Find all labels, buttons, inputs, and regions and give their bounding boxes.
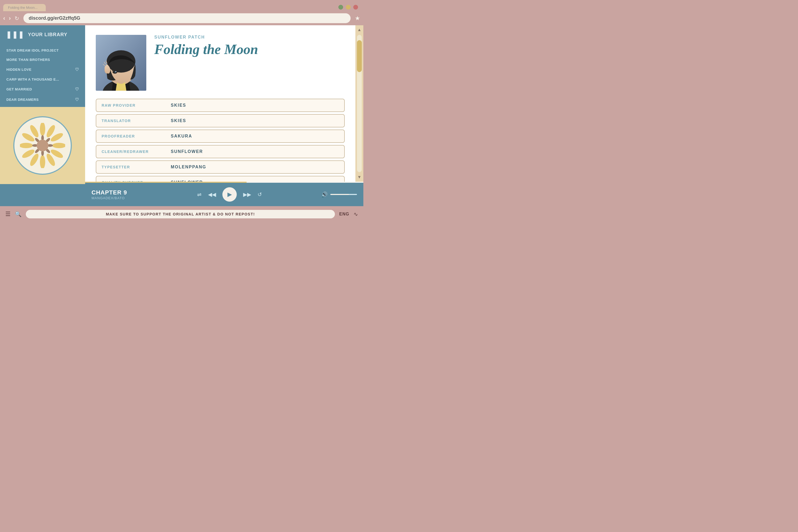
sidebar: ❚❚❚ YOUR LIBRARY STAR DREAM IDOL PROJECT… xyxy=(0,25,85,206)
window-controls xyxy=(338,5,358,10)
credit-label: PROOFREADER xyxy=(96,130,166,142)
svg-point-0 xyxy=(40,123,45,136)
credit-row-raw: RAW PROVIDER SKIES xyxy=(96,99,345,112)
sidebar-item-get-married[interactable]: GET MARRIED ♡ xyxy=(0,84,85,94)
url-bar-area: ‹ › ↻ ★ xyxy=(0,11,363,25)
heart-icon: ♡ xyxy=(75,87,79,92)
credits-table: RAW PROVIDER SKIES TRANSLATOR SKIES PROO… xyxy=(96,99,345,182)
credit-value: SUNFLOWER xyxy=(166,176,208,182)
sidebar-item-label: STAR DREAM IDOL PROJECT xyxy=(6,49,59,52)
credit-value: SKIES xyxy=(166,115,191,127)
credit-label: CLEANER/REDRAWER xyxy=(96,146,166,157)
svg-point-3 xyxy=(52,143,65,148)
reading-progress-fill xyxy=(85,182,247,183)
volume-icon: 🔊 xyxy=(321,191,328,198)
svg-point-20 xyxy=(37,140,49,151)
play-icon: ▶ xyxy=(227,191,232,198)
search-icon[interactable]: 🔍 xyxy=(15,211,22,217)
manga-info: SUNFLOWER PATCH Folding the Moon xyxy=(154,35,345,91)
chapter-title: CHAPTER 9 xyxy=(92,189,145,196)
bookmark-button[interactable]: ★ xyxy=(355,15,360,22)
back-button[interactable]: ‹ xyxy=(3,15,5,22)
credit-value: SKIES xyxy=(166,99,191,111)
credit-row-translator: TRANSLATOR SKIES xyxy=(96,114,345,128)
credit-value: SAKURA xyxy=(166,130,197,142)
volume-area: 🔊 xyxy=(315,191,357,198)
sidebar-item-label: MORE THAN BROTHERS xyxy=(6,58,50,62)
tab-active[interactable]: Folding the Moon... xyxy=(3,4,46,11)
notice-bar: MAKE SURE TO SUPPORT THE ORIGINAL ARTIST… xyxy=(26,210,335,218)
scrollbar[interactable]: ▲ ▼ xyxy=(355,25,363,182)
main-container: ❚❚❚ YOUR LIBRARY STAR DREAM IDOL PROJECT… xyxy=(0,25,363,206)
logo-area xyxy=(0,107,85,184)
scroll-thumb[interactable] xyxy=(357,40,362,72)
tab-bar: Folding the Moon... + xyxy=(0,0,363,11)
nav-buttons: ‹ › ↻ xyxy=(3,15,19,22)
credit-value: SUNFLOWER xyxy=(166,146,208,158)
player-controls: ⇌ ◀◀ ▶ ▶▶ ↺ xyxy=(150,187,309,202)
minimize-button[interactable] xyxy=(338,5,343,10)
sidebar-item-star-dream[interactable]: STAR DREAM IDOL PROJECT xyxy=(0,46,85,55)
sidebar-item-dear-dreamers[interactable]: DEAR DREAMERS ♡ xyxy=(0,94,85,105)
svg-point-29 xyxy=(116,71,116,72)
credit-value: MOLENPPANG xyxy=(166,161,211,173)
heart-icon: ♡ xyxy=(75,67,79,72)
play-button[interactable]: ▶ xyxy=(222,187,237,202)
player-bar: CHAPTER 9 MANGADEX/BATO ⇌ ◀◀ ▶ ▶▶ ↺ 🔊 xyxy=(85,183,363,206)
volume-slider[interactable] xyxy=(330,194,357,195)
scroll-down-arrow[interactable]: ▼ xyxy=(356,174,363,180)
credit-row-cleaner: CLEANER/REDRAWER SUNFLOWER xyxy=(96,145,345,158)
url-input[interactable] xyxy=(23,13,350,23)
svg-point-6 xyxy=(40,155,45,168)
sidebar-item-brothers[interactable]: MORE THAN BROTHERS xyxy=(0,55,85,64)
forward-button[interactable]: › xyxy=(9,15,11,22)
heart-icon: ♡ xyxy=(75,97,79,102)
manga-cover xyxy=(96,35,146,91)
repeat-button[interactable]: ↺ xyxy=(258,191,262,198)
sidebar-item-label: HIDDEN LOVE xyxy=(6,68,32,72)
scroll-track[interactable] xyxy=(357,35,362,172)
prev-button[interactable]: ◀◀ xyxy=(208,191,216,198)
language-selector[interactable]: ENG xyxy=(339,212,349,216)
refresh-button[interactable]: ↻ xyxy=(15,15,19,22)
manga-header: SUNFLOWER PATCH Folding the Moon xyxy=(96,35,345,91)
sunflower-logo xyxy=(13,116,72,175)
sidebar-item-label: GET MARRIED xyxy=(6,87,32,91)
tab-label: Folding the Moon... xyxy=(8,5,38,10)
credit-row-qc: QUALITY CHECKER SUNFLOWER xyxy=(96,176,345,182)
notice-text: MAKE SURE TO SUPPORT THE ORIGINAL ARTIST… xyxy=(106,212,255,216)
volume-fill xyxy=(330,194,349,195)
close-button[interactable] xyxy=(353,5,358,10)
browser-window: Folding the Moon... + ‹ › ↻ ★ ❚❚❚ YOUR xyxy=(0,0,363,222)
shuffle-button[interactable]: ⇌ xyxy=(197,191,202,198)
menu-icon[interactable]: ☰ xyxy=(5,211,11,217)
manga-title: Folding the Moon xyxy=(154,42,345,57)
scroll-up-arrow[interactable]: ▲ xyxy=(356,26,363,33)
chapter-info: CHAPTER 9 MANGADEX/BATO xyxy=(92,189,145,200)
svg-point-9 xyxy=(20,143,33,148)
credit-label: TRANSLATOR xyxy=(96,115,166,127)
credit-label: QUALITY CHECKER xyxy=(96,177,166,182)
credit-label: RAW PROVIDER xyxy=(96,99,166,111)
wifi-icon: ∿ xyxy=(354,211,358,217)
sunflower-svg xyxy=(20,123,65,168)
next-button[interactable]: ▶▶ xyxy=(243,191,251,198)
series-name: SUNFLOWER PATCH xyxy=(154,35,345,40)
manga-cover-illustration xyxy=(96,35,146,91)
reading-progress-bar xyxy=(85,182,363,183)
sidebar-list: STAR DREAM IDOL PROJECT MORE THAN BROTHE… xyxy=(0,44,85,107)
sidebar-header: ❚❚❚ YOUR LIBRARY xyxy=(0,25,85,44)
sidebar-title: YOUR LIBRARY xyxy=(28,32,67,38)
sidebar-item-carp[interactable]: CARP WITH A THOUSAND E... xyxy=(0,75,85,84)
library-icon: ❚❚❚ xyxy=(6,31,24,39)
maximize-button[interactable] xyxy=(346,5,350,10)
credit-row-typesetter: TYPESETTER MOLENPPANG xyxy=(96,160,345,174)
new-tab-button[interactable]: + xyxy=(47,2,56,11)
sidebar-item-label: CARP WITH A THOUSAND E... xyxy=(6,77,59,81)
content-area: SUNFLOWER PATCH Folding the Moon RAW PRO… xyxy=(85,25,355,182)
sidebar-item-hidden-love[interactable]: HIDDEN LOVE ♡ xyxy=(0,64,85,75)
chapter-source: MANGADEX/BATO xyxy=(92,196,145,200)
credit-row-proofreader: PROOFREADER SAKURA xyxy=(96,130,345,143)
bottom-bar: ☰ 🔍 MAKE SURE TO SUPPORT THE ORIGINAL AR… xyxy=(0,206,363,222)
credit-label: TYPESETTER xyxy=(96,161,166,173)
